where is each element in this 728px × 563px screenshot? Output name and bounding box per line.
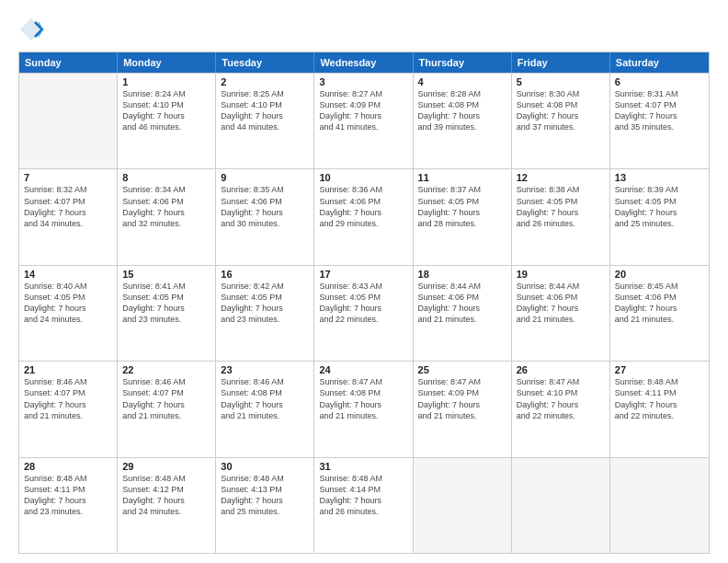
weekday-header: Saturday	[610, 52, 709, 73]
calendar-cell: 21Sunrise: 8:46 AM Sunset: 4:07 PM Dayli…	[19, 362, 118, 456]
calendar-cell: 25Sunrise: 8:47 AM Sunset: 4:09 PM Dayli…	[414, 362, 512, 456]
calendar-cell: 1Sunrise: 8:24 AM Sunset: 4:10 PM Daylig…	[118, 74, 216, 168]
day-info: Sunrise: 8:35 AM Sunset: 4:06 PM Dayligh…	[221, 184, 309, 229]
day-info: Sunrise: 8:34 AM Sunset: 4:06 PM Dayligh…	[122, 184, 210, 229]
calendar-cell: 12Sunrise: 8:38 AM Sunset: 4:05 PM Dayli…	[512, 169, 610, 264]
day-info: Sunrise: 8:38 AM Sunset: 4:05 PM Dayligh…	[517, 184, 605, 229]
calendar-cell: 16Sunrise: 8:42 AM Sunset: 4:05 PM Dayli…	[216, 266, 314, 361]
day-number: 29	[122, 461, 210, 472]
day-number: 2	[221, 76, 309, 87]
day-info: Sunrise: 8:48 AM Sunset: 4:12 PM Dayligh…	[122, 473, 210, 518]
day-info: Sunrise: 8:44 AM Sunset: 4:06 PM Dayligh…	[517, 281, 605, 326]
calendar-cell: 14Sunrise: 8:40 AM Sunset: 4:05 PM Dayli…	[19, 266, 118, 361]
day-info: Sunrise: 8:25 AM Sunset: 4:10 PM Dayligh…	[221, 88, 309, 133]
day-info: Sunrise: 8:37 AM Sunset: 4:05 PM Dayligh…	[418, 184, 506, 229]
day-number: 27	[615, 364, 704, 375]
calendar-cell: 24Sunrise: 8:47 AM Sunset: 4:08 PM Dayli…	[314, 362, 413, 456]
calendar-cell	[512, 458, 610, 553]
calendar-row: 28Sunrise: 8:48 AM Sunset: 4:11 PM Dayli…	[19, 457, 709, 553]
day-info: Sunrise: 8:48 AM Sunset: 4:13 PM Dayligh…	[221, 473, 309, 518]
day-number: 9	[221, 172, 309, 183]
day-number: 22	[122, 364, 210, 375]
calendar-header: SundayMondayTuesdayWednesdayThursdayFrid…	[19, 52, 709, 73]
weekday-header: Sunday	[19, 52, 118, 73]
day-number: 5	[517, 76, 605, 87]
logo	[18, 17, 48, 42]
calendar-cell	[414, 458, 512, 553]
day-number: 18	[418, 269, 506, 280]
weekday-header: Friday	[512, 52, 610, 73]
day-number: 4	[418, 76, 506, 87]
day-info: Sunrise: 8:41 AM Sunset: 4:05 PM Dayligh…	[122, 281, 210, 326]
day-number: 6	[615, 76, 704, 87]
day-number: 16	[221, 269, 309, 280]
day-info: Sunrise: 8:46 AM Sunset: 4:07 PM Dayligh…	[122, 376, 210, 421]
day-number: 24	[319, 364, 407, 375]
day-number: 23	[221, 364, 309, 375]
calendar-body: 1Sunrise: 8:24 AM Sunset: 4:10 PM Daylig…	[19, 73, 709, 553]
day-number: 1	[122, 76, 210, 87]
day-number: 3	[319, 76, 407, 87]
page: SundayMondayTuesdayWednesdayThursdayFrid…	[0, 0, 728, 563]
day-number: 10	[319, 172, 407, 183]
day-info: Sunrise: 8:48 AM Sunset: 4:11 PM Dayligh…	[24, 473, 112, 518]
calendar-cell: 20Sunrise: 8:45 AM Sunset: 4:06 PM Dayli…	[610, 266, 709, 361]
calendar-cell: 22Sunrise: 8:46 AM Sunset: 4:07 PM Dayli…	[118, 362, 216, 456]
day-number: 19	[517, 269, 605, 280]
calendar-cell: 29Sunrise: 8:48 AM Sunset: 4:12 PM Dayli…	[118, 458, 216, 553]
calendar-cell: 23Sunrise: 8:46 AM Sunset: 4:08 PM Dayli…	[216, 362, 314, 456]
day-number: 8	[122, 172, 210, 183]
calendar-cell: 5Sunrise: 8:30 AM Sunset: 4:08 PM Daylig…	[512, 74, 610, 168]
day-info: Sunrise: 8:27 AM Sunset: 4:09 PM Dayligh…	[319, 88, 407, 133]
calendar-cell: 13Sunrise: 8:39 AM Sunset: 4:05 PM Dayli…	[610, 169, 709, 264]
day-info: Sunrise: 8:47 AM Sunset: 4:10 PM Dayligh…	[517, 376, 605, 421]
day-number: 20	[615, 269, 704, 280]
day-info: Sunrise: 8:40 AM Sunset: 4:05 PM Dayligh…	[24, 281, 112, 326]
day-info: Sunrise: 8:46 AM Sunset: 4:08 PM Dayligh…	[221, 376, 309, 421]
calendar-cell: 18Sunrise: 8:44 AM Sunset: 4:06 PM Dayli…	[414, 266, 512, 361]
calendar-cell: 3Sunrise: 8:27 AM Sunset: 4:09 PM Daylig…	[314, 74, 413, 168]
day-number: 14	[24, 269, 112, 280]
calendar-row: 7Sunrise: 8:32 AM Sunset: 4:07 PM Daylig…	[19, 168, 709, 264]
calendar-cell: 8Sunrise: 8:34 AM Sunset: 4:06 PM Daylig…	[118, 169, 216, 264]
weekday-header: Tuesday	[216, 52, 314, 73]
day-number: 21	[24, 364, 112, 375]
calendar-cell: 7Sunrise: 8:32 AM Sunset: 4:07 PM Daylig…	[19, 169, 118, 264]
day-number: 28	[24, 461, 112, 472]
day-number: 31	[319, 461, 407, 472]
calendar-cell: 17Sunrise: 8:43 AM Sunset: 4:05 PM Dayli…	[314, 266, 413, 361]
day-info: Sunrise: 8:31 AM Sunset: 4:07 PM Dayligh…	[615, 88, 704, 133]
calendar: SundayMondayTuesdayWednesdayThursdayFrid…	[18, 52, 710, 554]
day-info: Sunrise: 8:24 AM Sunset: 4:10 PM Dayligh…	[122, 88, 210, 133]
calendar-cell: 11Sunrise: 8:37 AM Sunset: 4:05 PM Dayli…	[414, 169, 512, 264]
svg-marker-0	[20, 18, 42, 40]
day-info: Sunrise: 8:32 AM Sunset: 4:07 PM Dayligh…	[24, 184, 112, 229]
logo-icon	[18, 17, 44, 42]
calendar-cell: 26Sunrise: 8:47 AM Sunset: 4:10 PM Dayli…	[512, 362, 610, 456]
day-info: Sunrise: 8:36 AM Sunset: 4:06 PM Dayligh…	[319, 184, 407, 229]
day-number: 17	[319, 269, 407, 280]
calendar-row: 21Sunrise: 8:46 AM Sunset: 4:07 PM Dayli…	[19, 361, 709, 456]
day-number: 11	[418, 172, 506, 183]
day-number: 13	[615, 172, 704, 183]
day-info: Sunrise: 8:48 AM Sunset: 4:14 PM Dayligh…	[319, 473, 407, 518]
day-number: 26	[517, 364, 605, 375]
day-info: Sunrise: 8:47 AM Sunset: 4:08 PM Dayligh…	[319, 376, 407, 421]
weekday-header: Monday	[118, 52, 216, 73]
calendar-cell: 19Sunrise: 8:44 AM Sunset: 4:06 PM Dayli…	[512, 266, 610, 361]
calendar-cell: 30Sunrise: 8:48 AM Sunset: 4:13 PM Dayli…	[216, 458, 314, 553]
calendar-cell: 27Sunrise: 8:48 AM Sunset: 4:11 PM Dayli…	[610, 362, 709, 456]
calendar-cell: 6Sunrise: 8:31 AM Sunset: 4:07 PM Daylig…	[610, 74, 709, 168]
calendar-cell: 28Sunrise: 8:48 AM Sunset: 4:11 PM Dayli…	[19, 458, 118, 553]
day-number: 7	[24, 172, 112, 183]
day-info: Sunrise: 8:39 AM Sunset: 4:05 PM Dayligh…	[615, 184, 704, 229]
day-info: Sunrise: 8:42 AM Sunset: 4:05 PM Dayligh…	[221, 281, 309, 326]
calendar-cell: 15Sunrise: 8:41 AM Sunset: 4:05 PM Dayli…	[118, 266, 216, 361]
calendar-cell: 10Sunrise: 8:36 AM Sunset: 4:06 PM Dayli…	[314, 169, 413, 264]
day-info: Sunrise: 8:47 AM Sunset: 4:09 PM Dayligh…	[418, 376, 506, 421]
day-info: Sunrise: 8:44 AM Sunset: 4:06 PM Dayligh…	[418, 281, 506, 326]
day-number: 12	[517, 172, 605, 183]
weekday-header: Wednesday	[314, 52, 413, 73]
calendar-cell: 4Sunrise: 8:28 AM Sunset: 4:08 PM Daylig…	[414, 74, 512, 168]
calendar-cell	[610, 458, 709, 553]
